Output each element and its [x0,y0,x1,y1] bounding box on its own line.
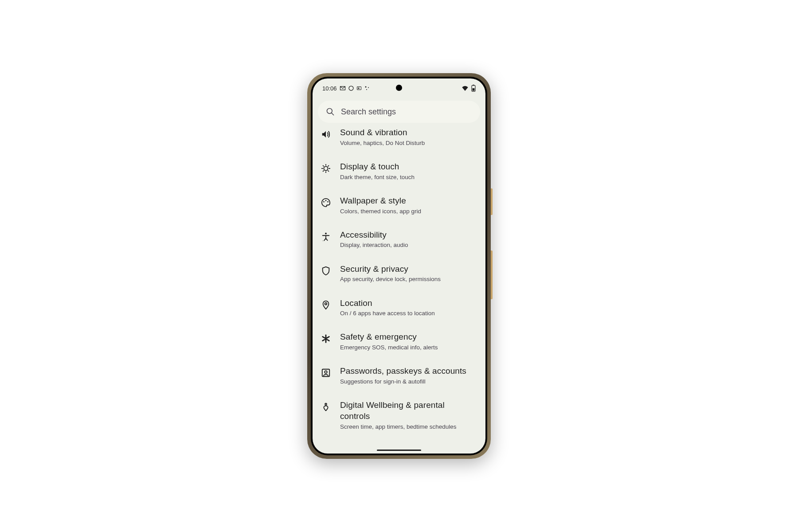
svg-point-4 [368,87,369,88]
svg-point-18 [325,371,327,374]
phone-frame: 10:06 [307,73,491,459]
svg-point-16 [325,302,327,305]
settings-item-sub: Volume, haptics, Do Not Disturb [340,139,477,147]
svg-point-0 [349,86,353,90]
nav-indicator[interactable] [377,450,421,451]
svg-rect-7 [473,85,474,86]
settings-list[interactable]: Sound & vibration Volume, haptics, Do No… [313,123,485,454]
settings-item-sub: Screen time, app timers, bedtime schedul… [340,423,477,431]
account-box-icon [321,368,331,378]
settings-item-sub: App security, device lock, permissions [340,275,477,283]
settings-item-title: Sound & vibration [340,127,477,138]
asterisk-icon [321,333,331,344]
search-bar[interactable]: Search settings [318,101,480,123]
palette-icon [321,197,331,208]
settings-item-title: Display & touch [340,161,477,172]
settings-item-passwords[interactable]: Passwords, passkeys & accounts Suggestio… [313,359,485,393]
svg-point-5 [366,89,367,90]
status-time: 10:06 [322,85,337,92]
wellbeing-icon [321,402,331,412]
settings-item-title: Digital Wellbeing & parental controls [340,400,477,422]
svg-point-12 [323,201,325,203]
settings-item-sub: On / 6 apps have access to location [340,309,477,317]
brightness-icon [321,163,331,174]
svg-line-10 [332,113,334,115]
settings-item-sound[interactable]: Sound & vibration Volume, haptics, Do No… [313,125,485,154]
settings-item-wellbeing[interactable]: Digital Wellbeing & parental controls Sc… [313,393,485,438]
search-icon [326,107,335,116]
settings-item-security[interactable]: Security & privacy App security, device … [313,257,485,291]
settings-item-wallpaper[interactable]: Wallpaper & style Colors, themed icons, … [313,188,485,223]
settings-item-title: Wallpaper & style [340,196,477,207]
search-placeholder: Search settings [341,107,396,117]
svg-point-11 [324,166,328,170]
svg-point-15 [325,233,327,235]
wifi-icon [462,86,469,91]
settings-item-sub: Dark theme, font size, touch [340,173,477,181]
gmail-icon [340,86,346,90]
settings-item-title: Location [340,298,477,309]
svg-point-3 [365,86,366,88]
volume-icon [321,129,331,140]
screenshot-icon [356,86,362,91]
settings-item-title: Safety & emergency [340,332,477,343]
settings-item-display[interactable]: Display & touch Dark theme, font size, t… [313,154,485,188]
camera-hole [396,85,402,91]
svg-point-19 [325,403,327,405]
svg-point-14 [327,201,329,203]
settings-item-sub: Colors, themed icons, app grid [340,207,477,215]
dots-icon [364,86,370,91]
svg-point-13 [325,200,327,201]
screen: 10:06 [313,78,485,454]
power-button [491,188,493,215]
settings-item-sub: Emergency SOS, medical info, alerts [340,344,477,352]
settings-item-title: Accessibility [340,230,477,241]
settings-item-accessibility[interactable]: Accessibility Display, interaction, audi… [313,223,485,257]
shield-icon [321,266,331,276]
accessibility-icon [321,231,331,242]
volume-button [491,250,493,299]
settings-item-title: Security & privacy [340,264,477,275]
settings-item-safety[interactable]: Safety & emergency Emergency SOS, medica… [313,325,485,359]
settings-item-title: Passwords, passkeys & accounts [340,366,477,377]
battery-icon [471,85,476,92]
svg-rect-8 [473,88,475,91]
settings-item-sub: Display, interaction, audio [340,241,477,249]
svg-rect-2 [358,88,359,89]
circle-icon [348,86,354,91]
location-icon [321,300,331,310]
settings-item-location[interactable]: Location On / 6 apps have access to loca… [313,291,485,325]
settings-item-sub: Suggestions for sign-in & autofill [340,378,477,386]
